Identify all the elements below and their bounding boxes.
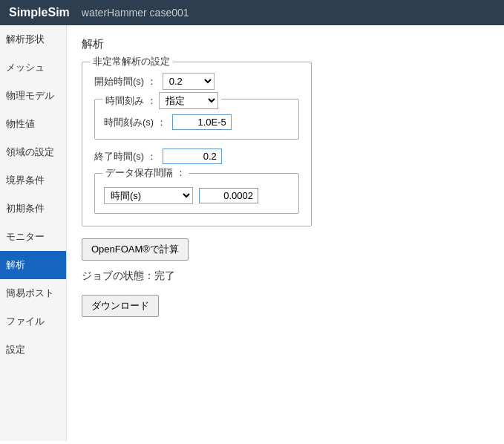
timestep-mode-select[interactable]: 指定 自動 [159, 92, 218, 109]
sidebar-item-file[interactable]: ファイル [0, 307, 66, 336]
case-name: waterHammer case001 [82, 7, 189, 19]
sidebar-item-settings[interactable]: 設定 [0, 336, 66, 364]
timestep-value-row: 時間刻み(s) ： [104, 114, 289, 130]
save-unit-select[interactable]: 時間(s) タイムステップ [104, 187, 193, 204]
sidebar: 解析形状 メッシュ 物理モデル 物性値 領域の設定 境界条件 初期条件 モニター… [0, 25, 67, 441]
job-status-label: ジョブの状態：完了 [82, 270, 175, 281]
start-time-select[interactable]: 0.2 0.0 0.1 [163, 73, 215, 90]
end-time-input[interactable] [163, 148, 222, 164]
main-content: 解析 非定常解析の設定 開始時間(s) ： 0.2 0.0 0.1 時間刻み ：… [67, 25, 504, 441]
sidebar-item-boundary-conditions[interactable]: 境界条件 [0, 166, 66, 195]
sidebar-item-physics-model[interactable]: 物理モデル [0, 82, 66, 110]
timestep-input[interactable] [172, 114, 232, 130]
main-layout: 解析形状 メッシュ 物理モデル 物性値 領域の設定 境界条件 初期条件 モニター… [0, 25, 504, 441]
download-button-row: ダウンロード [82, 295, 489, 317]
job-status-row: ジョブの状態：完了 [82, 270, 489, 283]
sidebar-item-material[interactable]: 物性値 [0, 110, 66, 138]
save-interval-legend: データ保存間隔 ： [102, 166, 189, 180]
sidebar-item-analysis[interactable]: 解析 [0, 251, 66, 279]
save-interval-panel: データ保存間隔 ： 時間(s) タイムステップ [94, 173, 299, 214]
sidebar-item-domain-settings[interactable]: 領域の設定 [0, 138, 66, 166]
save-interval-input[interactable] [199, 188, 258, 203]
calc-button-row: OpenFOAM®で計算 [82, 238, 489, 261]
start-time-row: 開始時間(s) ： 0.2 0.0 0.1 [94, 73, 299, 90]
app-title: SimpleSim [9, 6, 70, 19]
save-interval-row: 時間(s) タイムステップ [104, 187, 289, 204]
sidebar-item-mesh[interactable]: メッシュ [0, 53, 66, 82]
calc-button[interactable]: OpenFOAM®で計算 [82, 238, 189, 261]
sidebar-item-analysis-shape[interactable]: 解析形状 [0, 25, 66, 53]
timestep-panel: 時間刻み ： 指定 自動 時間刻み(s) ： [94, 99, 299, 140]
panel-legend: 非定常解析の設定 [90, 55, 173, 68]
start-time-label: 開始時間(s) ： [94, 75, 157, 88]
timestep-label: 時間刻み(s) ： [104, 116, 166, 129]
end-time-label: 終了時間(s) ： [94, 150, 157, 163]
end-time-row: 終了時間(s) ： [94, 148, 299, 164]
sidebar-item-monitor[interactable]: モニター [0, 223, 66, 251]
page-title: 解析 [82, 37, 489, 51]
sidebar-item-simple-post[interactable]: 簡易ポスト [0, 279, 66, 307]
timestep-panel-legend: 時間刻み ： 指定 自動 [102, 92, 221, 109]
sidebar-item-initial-conditions[interactable]: 初期条件 [0, 195, 66, 223]
transient-settings-panel: 非定常解析の設定 開始時間(s) ： 0.2 0.0 0.1 時間刻み ： 指定… [82, 62, 312, 226]
download-button[interactable]: ダウンロード [82, 295, 159, 317]
header: SimpleSim waterHammer case001 [0, 0, 504, 25]
